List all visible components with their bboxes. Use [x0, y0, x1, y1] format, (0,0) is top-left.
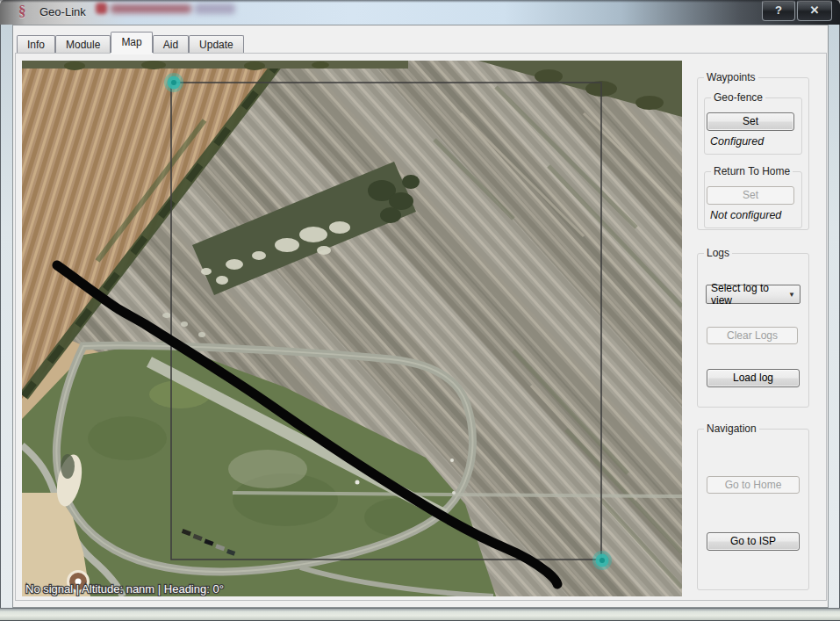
chevron-down-icon: ▼ [788, 291, 800, 299]
log-select-dropdown[interactable]: Select log to view ▼ [706, 285, 801, 304]
background-window-title-blur [111, 4, 191, 13]
geo-link-window: § Geo-Link ? ✕ Info Module Map Aid Updat… [0, 0, 840, 621]
map-status-text: No signal | Altitude: nanm | Heading: 0° [25, 582, 224, 596]
tab-info[interactable]: Info [17, 35, 55, 53]
waypoint-marker-bottomright [592, 551, 612, 570]
waypoint-marker-topleft [164, 73, 183, 92]
go-to-home-button: Go to Home [707, 476, 800, 494]
navigation-title: Navigation [704, 422, 759, 435]
tab-module[interactable]: Module [55, 35, 111, 53]
navigation-groupbox: Navigation [697, 429, 809, 590]
map-view[interactable]: No signal | Altitude: nanm | Heading: 0° [22, 61, 682, 596]
return-to-home-status-label: Not configured [710, 209, 781, 221]
window-frame-bottom [0, 608, 840, 621]
window-title: Geo-Link [39, 5, 86, 18]
clear-logs-button: Clear Logs [707, 327, 798, 344]
client-area: Info Module Map Aid Update [12, 25, 829, 608]
tab-strip: Info Module Map Aid Update [17, 33, 244, 53]
title-bar: § Geo-Link ? ✕ [0, 0, 840, 25]
go-to-isp-button[interactable]: Go to ISP [707, 532, 800, 551]
return-to-home-title: Return To Home [711, 165, 793, 177]
app-logo-icon: § [18, 4, 33, 18]
close-button[interactable]: ✕ [797, 0, 832, 21]
geofence-title: Geo-fence [711, 91, 765, 104]
tab-update[interactable]: Update [189, 35, 244, 53]
log-select-value: Select log to view [711, 282, 788, 307]
map-tab-page: No signal | Altitude: nanm | Heading: 0°… [15, 53, 827, 601]
background-window-text-blur [195, 4, 235, 14]
waypoints-title: Waypoints [704, 71, 758, 83]
return-to-home-set-button: Set [707, 186, 794, 205]
background-window-icon-blur [96, 3, 107, 14]
window-frame-right [829, 25, 840, 608]
tab-map[interactable]: Map [111, 32, 152, 53]
geofence-status-label: Configured [710, 135, 764, 148]
logs-title: Logs [704, 247, 732, 259]
window-frame-left [0, 25, 12, 608]
satellite-imagery: No signal | Altitude: nanm | Heading: 0° [22, 61, 682, 596]
load-log-button[interactable]: Load log [707, 369, 800, 387]
tab-aid[interactable]: Aid [153, 35, 189, 53]
geofence-set-button[interactable]: Set [707, 112, 794, 131]
help-button[interactable]: ? [762, 0, 795, 21]
